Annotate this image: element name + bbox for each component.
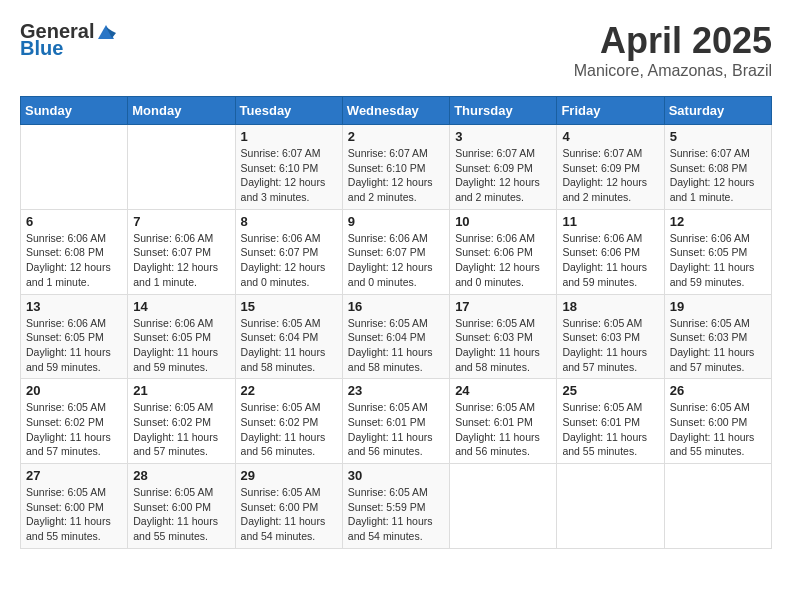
day-number: 17 xyxy=(455,299,551,314)
day-info: Sunrise: 6:05 AM Sunset: 6:01 PM Dayligh… xyxy=(455,400,551,459)
weekday-header-wednesday: Wednesday xyxy=(342,97,449,125)
day-number: 14 xyxy=(133,299,229,314)
day-info: Sunrise: 6:05 AM Sunset: 6:03 PM Dayligh… xyxy=(562,316,658,375)
day-number: 2 xyxy=(348,129,444,144)
week-row-3: 13Sunrise: 6:06 AM Sunset: 6:05 PM Dayli… xyxy=(21,294,772,379)
day-info: Sunrise: 6:07 AM Sunset: 6:08 PM Dayligh… xyxy=(670,146,766,205)
day-info: Sunrise: 6:05 AM Sunset: 6:00 PM Dayligh… xyxy=(670,400,766,459)
calendar-cell: 24Sunrise: 6:05 AM Sunset: 6:01 PM Dayli… xyxy=(450,379,557,464)
title-area: April 2025 Manicore, Amazonas, Brazil xyxy=(574,20,772,80)
day-info: Sunrise: 6:06 AM Sunset: 6:06 PM Dayligh… xyxy=(455,231,551,290)
day-info: Sunrise: 6:06 AM Sunset: 6:08 PM Dayligh… xyxy=(26,231,122,290)
logo: General Blue xyxy=(20,20,116,60)
month-title: April 2025 xyxy=(574,20,772,62)
calendar-cell: 3Sunrise: 6:07 AM Sunset: 6:09 PM Daylig… xyxy=(450,125,557,210)
weekday-header-friday: Friday xyxy=(557,97,664,125)
calendar-cell: 13Sunrise: 6:06 AM Sunset: 6:05 PM Dayli… xyxy=(21,294,128,379)
day-info: Sunrise: 6:06 AM Sunset: 6:05 PM Dayligh… xyxy=(133,316,229,375)
calendar-cell: 21Sunrise: 6:05 AM Sunset: 6:02 PM Dayli… xyxy=(128,379,235,464)
day-info: Sunrise: 6:06 AM Sunset: 6:05 PM Dayligh… xyxy=(670,231,766,290)
week-row-1: 1Sunrise: 6:07 AM Sunset: 6:10 PM Daylig… xyxy=(21,125,772,210)
day-number: 19 xyxy=(670,299,766,314)
day-info: Sunrise: 6:05 AM Sunset: 6:00 PM Dayligh… xyxy=(133,485,229,544)
calendar-cell: 4Sunrise: 6:07 AM Sunset: 6:09 PM Daylig… xyxy=(557,125,664,210)
weekday-header-row: SundayMondayTuesdayWednesdayThursdayFrid… xyxy=(21,97,772,125)
day-number: 9 xyxy=(348,214,444,229)
weekday-header-sunday: Sunday xyxy=(21,97,128,125)
day-info: Sunrise: 6:05 AM Sunset: 6:00 PM Dayligh… xyxy=(26,485,122,544)
calendar-cell: 5Sunrise: 6:07 AM Sunset: 6:08 PM Daylig… xyxy=(664,125,771,210)
day-number: 20 xyxy=(26,383,122,398)
calendar-cell xyxy=(557,464,664,549)
calendar: SundayMondayTuesdayWednesdayThursdayFrid… xyxy=(20,96,772,549)
header: General Blue April 2025 Manicore, Amazon… xyxy=(20,20,772,80)
day-info: Sunrise: 6:07 AM Sunset: 6:10 PM Dayligh… xyxy=(348,146,444,205)
day-info: Sunrise: 6:05 AM Sunset: 6:02 PM Dayligh… xyxy=(26,400,122,459)
day-number: 3 xyxy=(455,129,551,144)
day-number: 29 xyxy=(241,468,337,483)
day-number: 12 xyxy=(670,214,766,229)
calendar-cell: 30Sunrise: 6:05 AM Sunset: 5:59 PM Dayli… xyxy=(342,464,449,549)
weekday-header-tuesday: Tuesday xyxy=(235,97,342,125)
calendar-cell: 25Sunrise: 6:05 AM Sunset: 6:01 PM Dayli… xyxy=(557,379,664,464)
location-title: Manicore, Amazonas, Brazil xyxy=(574,62,772,80)
calendar-cell: 12Sunrise: 6:06 AM Sunset: 6:05 PM Dayli… xyxy=(664,209,771,294)
day-number: 11 xyxy=(562,214,658,229)
day-number: 18 xyxy=(562,299,658,314)
calendar-cell: 20Sunrise: 6:05 AM Sunset: 6:02 PM Dayli… xyxy=(21,379,128,464)
day-number: 16 xyxy=(348,299,444,314)
day-number: 5 xyxy=(670,129,766,144)
day-number: 26 xyxy=(670,383,766,398)
day-info: Sunrise: 6:05 AM Sunset: 6:02 PM Dayligh… xyxy=(241,400,337,459)
day-info: Sunrise: 6:05 AM Sunset: 6:01 PM Dayligh… xyxy=(348,400,444,459)
day-info: Sunrise: 6:06 AM Sunset: 6:07 PM Dayligh… xyxy=(348,231,444,290)
logo-blue: Blue xyxy=(20,37,63,60)
calendar-cell: 7Sunrise: 6:06 AM Sunset: 6:07 PM Daylig… xyxy=(128,209,235,294)
calendar-cell: 11Sunrise: 6:06 AM Sunset: 6:06 PM Dayli… xyxy=(557,209,664,294)
calendar-cell: 29Sunrise: 6:05 AM Sunset: 6:00 PM Dayli… xyxy=(235,464,342,549)
calendar-cell: 27Sunrise: 6:05 AM Sunset: 6:00 PM Dayli… xyxy=(21,464,128,549)
day-info: Sunrise: 6:07 AM Sunset: 6:10 PM Dayligh… xyxy=(241,146,337,205)
day-number: 28 xyxy=(133,468,229,483)
weekday-header-saturday: Saturday xyxy=(664,97,771,125)
calendar-cell: 15Sunrise: 6:05 AM Sunset: 6:04 PM Dayli… xyxy=(235,294,342,379)
day-number: 21 xyxy=(133,383,229,398)
day-info: Sunrise: 6:05 AM Sunset: 6:03 PM Dayligh… xyxy=(670,316,766,375)
day-number: 8 xyxy=(241,214,337,229)
day-info: Sunrise: 6:05 AM Sunset: 5:59 PM Dayligh… xyxy=(348,485,444,544)
day-number: 10 xyxy=(455,214,551,229)
day-number: 24 xyxy=(455,383,551,398)
calendar-cell: 26Sunrise: 6:05 AM Sunset: 6:00 PM Dayli… xyxy=(664,379,771,464)
day-info: Sunrise: 6:07 AM Sunset: 6:09 PM Dayligh… xyxy=(455,146,551,205)
week-row-5: 27Sunrise: 6:05 AM Sunset: 6:00 PM Dayli… xyxy=(21,464,772,549)
calendar-cell: 6Sunrise: 6:06 AM Sunset: 6:08 PM Daylig… xyxy=(21,209,128,294)
day-info: Sunrise: 6:05 AM Sunset: 6:04 PM Dayligh… xyxy=(241,316,337,375)
calendar-cell: 10Sunrise: 6:06 AM Sunset: 6:06 PM Dayli… xyxy=(450,209,557,294)
calendar-cell xyxy=(450,464,557,549)
calendar-cell xyxy=(664,464,771,549)
day-info: Sunrise: 6:06 AM Sunset: 6:07 PM Dayligh… xyxy=(241,231,337,290)
day-info: Sunrise: 6:06 AM Sunset: 6:06 PM Dayligh… xyxy=(562,231,658,290)
day-number: 1 xyxy=(241,129,337,144)
calendar-cell: 17Sunrise: 6:05 AM Sunset: 6:03 PM Dayli… xyxy=(450,294,557,379)
day-info: Sunrise: 6:05 AM Sunset: 6:01 PM Dayligh… xyxy=(562,400,658,459)
weekday-header-monday: Monday xyxy=(128,97,235,125)
calendar-cell: 16Sunrise: 6:05 AM Sunset: 6:04 PM Dayli… xyxy=(342,294,449,379)
week-row-2: 6Sunrise: 6:06 AM Sunset: 6:08 PM Daylig… xyxy=(21,209,772,294)
calendar-cell xyxy=(128,125,235,210)
day-info: Sunrise: 6:06 AM Sunset: 6:07 PM Dayligh… xyxy=(133,231,229,290)
day-number: 7 xyxy=(133,214,229,229)
day-info: Sunrise: 6:05 AM Sunset: 6:00 PM Dayligh… xyxy=(241,485,337,544)
day-number: 15 xyxy=(241,299,337,314)
calendar-cell: 2Sunrise: 6:07 AM Sunset: 6:10 PM Daylig… xyxy=(342,125,449,210)
calendar-cell: 22Sunrise: 6:05 AM Sunset: 6:02 PM Dayli… xyxy=(235,379,342,464)
day-number: 27 xyxy=(26,468,122,483)
calendar-cell xyxy=(21,125,128,210)
day-number: 4 xyxy=(562,129,658,144)
day-number: 23 xyxy=(348,383,444,398)
day-number: 6 xyxy=(26,214,122,229)
weekday-header-thursday: Thursday xyxy=(450,97,557,125)
calendar-cell: 18Sunrise: 6:05 AM Sunset: 6:03 PM Dayli… xyxy=(557,294,664,379)
logo-icon xyxy=(96,23,116,41)
calendar-cell: 8Sunrise: 6:06 AM Sunset: 6:07 PM Daylig… xyxy=(235,209,342,294)
